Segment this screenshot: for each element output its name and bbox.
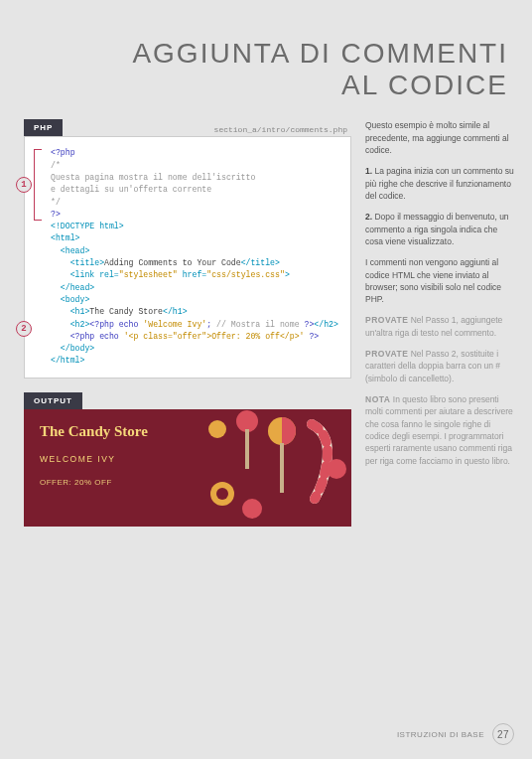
code-line: </head> [51, 282, 342, 294]
code-line: e dettagli su un'offerta corrente [51, 184, 342, 196]
sidebar-para: PROVATE Nel Passo 2, sostituite i caratt… [365, 348, 516, 384]
sidebar-para: 2. Dopo il messaggio di benvenuto, un co… [365, 211, 516, 247]
code-line: <html> [51, 232, 342, 244]
sidebar-para: 1. La pagina inizia con un commento su p… [365, 165, 516, 202]
sidebar-para: Questo esempio è molto simile al precede… [365, 119, 516, 156]
offer-text: OFFER: 20% OFF [40, 478, 335, 487]
footer-label: ISTRUZIONI DI BASE [397, 730, 484, 739]
page-number: 27 [492, 723, 514, 745]
code-line: <head> [51, 245, 342, 257]
php-tab: PHP [24, 119, 63, 136]
sidebar-para: PROVATE Nel Passo 1, aggiungete un'altra… [365, 314, 516, 339]
code-listing: 1 2 <?php /* Questa pagina mostra il nom… [24, 136, 351, 378]
code-line: /* [51, 160, 342, 172]
code-lines: <?php /* Questa pagina mostra il nome de… [29, 147, 342, 367]
code-line: </body> [51, 343, 342, 355]
output-box: The Candy Store WELCOME IVY OFFER: 20% O… [24, 409, 351, 527]
title-line-1: AGGIUNTA DI COMMENTI [0, 38, 508, 70]
code-line: <h1>The Candy Store</h1> [51, 306, 342, 318]
sidebar-text: Questo esempio è molto simile al precede… [365, 119, 516, 526]
code-line: <h2><?php echo 'Welcome Ivy'; // Mostra … [51, 319, 342, 331]
code-line: Questa pagina mostra il nome dell'iscrit… [51, 172, 342, 184]
footer: ISTRUZIONI DI BASE 27 [397, 723, 514, 745]
store-title: The Candy Store [40, 423, 335, 440]
left-column: PHP section_a/intro/comments.php 1 2 <?p… [24, 119, 351, 526]
code-tab-bar: PHP section_a/intro/comments.php [24, 119, 351, 136]
code-line: ?> [51, 209, 342, 221]
code-line: </html> [51, 355, 342, 367]
svg-point-8 [242, 499, 262, 519]
code-line: */ [51, 197, 342, 209]
file-path: section_a/intro/comments.php [214, 125, 351, 136]
code-line: <body> [51, 294, 342, 306]
code-line: <link rel="stylesheet" href="css/styles.… [51, 269, 342, 281]
sidebar-para: I commenti non vengono aggiunti al codic… [365, 256, 516, 305]
code-line: <title>Adding Comments to Your Code</tit… [51, 257, 342, 269]
output-tab: OUTPUT [24, 392, 82, 409]
code-line: <?php echo '<p class="offer">Offer: 20% … [51, 331, 342, 343]
title-line-2: AL CODICE [0, 70, 508, 101]
bracket-1 [34, 149, 42, 221]
welcome-text: WELCOME IVY [40, 454, 335, 464]
code-line: <!DOCTYPE html> [51, 221, 342, 232]
main-content: PHP section_a/intro/comments.php 1 2 <?p… [0, 101, 532, 526]
sidebar-para: NOTA In questo libro sono presenti molti… [365, 393, 516, 467]
output-text: The Candy Store WELCOME IVY OFFER: 20% O… [24, 409, 351, 501]
code-line: <?php [51, 147, 342, 159]
page-title: AGGIUNTA DI COMMENTI AL CODICE [0, 0, 532, 101]
